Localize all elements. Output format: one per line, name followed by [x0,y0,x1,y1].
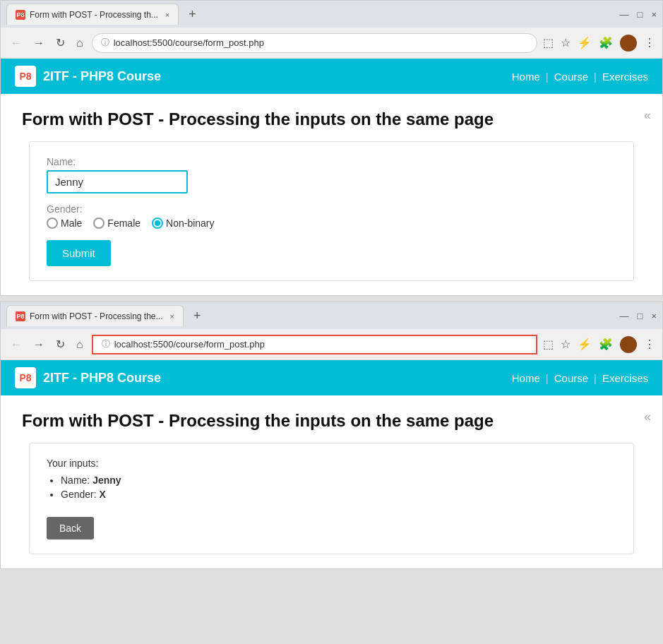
address-bar-row-2: ← → ↻ ⌂ ⓘ localhost:5500/course/form_pos… [1,329,662,360]
tab-1[interactable]: P8 Form with POST - Processing th... × [6,4,179,25]
address-input-2[interactable]: ⓘ localhost:5500/course/form_post.php [92,335,537,354]
new-tab-button-1[interactable]: + [189,4,196,25]
result-gender-value: X [99,489,105,500]
window-controls-1: — □ × [620,9,657,20]
new-tab-button-2[interactable]: + [193,305,201,326]
radio-male-1[interactable]: Male [47,217,82,229]
minimize-icon-1[interactable]: — [620,9,629,20]
tab-2[interactable]: P8 Form with POST - Processing the... × [6,305,184,326]
page-content-2: « Form with POST - Processing the inputs… [1,395,662,568]
radio-circle-male-1 [47,217,58,229]
reload-btn-2[interactable]: ↻ [53,336,68,352]
back-button-2[interactable]: Back [47,517,94,539]
minimize-icon-2[interactable]: — [620,311,629,321]
form-card-1: Name: Gender: Male Female Non-binary Sub… [29,141,634,281]
result-gender-label: Gender: [61,489,99,500]
site-nav-1: Home | Course | Exercises [512,71,648,83]
url-text-2: localhost:5500/course/form_post.php [114,339,265,350]
bookmark-icon-2[interactable]: ☆ [561,338,571,351]
menu-icon-1[interactable]: ⋮ [644,36,655,49]
name-input-1[interactable] [47,170,188,193]
site-navbar-2: P8 2ITF - PHP8 Course Home | Course | Ex… [1,360,662,395]
nav-home-1[interactable]: Home [512,71,540,83]
forward-nav-btn-2[interactable]: → [30,337,47,352]
radio-female-1[interactable]: Female [93,217,141,229]
nav-sep-1b: | [594,71,597,83]
close-icon-2[interactable]: × [651,311,657,321]
extensions-icon-2[interactable]: ⚡ [578,338,592,351]
home-btn-2[interactable]: ⌂ [73,337,86,352]
tab-favicon-1: P8 [16,10,25,20]
result-name-label: Name: [61,475,92,486]
double-arrow-1: « [644,108,651,123]
browser-window-1: P8 Form with POST - Processing th... × +… [0,0,663,296]
maximize-icon-1[interactable]: □ [638,9,643,20]
radio-female-label-1: Female [107,217,141,229]
result-name-item: Name: Jenny [61,475,616,486]
page-title-1: Form with POST - Processing the inputs o… [22,108,641,130]
back-nav-btn-1[interactable]: ← [8,35,25,51]
results-heading: Your inputs: [47,458,616,469]
nav-course-2[interactable]: Course [554,372,588,384]
tab-label-1: Form with POST - Processing th... [30,10,158,20]
url-text-1: localhost:5500/course/form_post.php [114,37,264,48]
address-bar-row-1: ← → ↻ ⌂ ⓘ localhost:5500/course/form_pos… [1,28,662,59]
forward-nav-btn-1[interactable]: → [30,35,47,51]
tab-favicon-2: P8 [16,311,25,321]
home-btn-1[interactable]: ⌂ [73,35,86,51]
address-right-icons-1: ⬚ ☆ ⚡ 🧩 ⋮ [543,35,655,52]
radio-circle-female-1 [93,217,104,229]
bookmark-icon-1[interactable]: ☆ [561,36,571,49]
profile-icon-2[interactable] [620,336,637,353]
maximize-icon-2[interactable]: □ [638,311,643,321]
radio-nonbinary-label-1: Non-binary [166,217,214,229]
site-navbar-1: P8 2ITF - PHP8 Course Home | Course | Ex… [1,59,662,94]
nav-sep-1a: | [546,71,549,83]
brand-logo-1: P8 [15,66,36,87]
menu-icon-2[interactable]: ⋮ [644,338,655,351]
result-gender-item: Gender: X [61,489,616,500]
gender-label-1: Gender: [47,203,616,215]
profile-icon-1[interactable] [620,35,637,52]
results-section-2: Your inputs: Name: Jenny Gender: X [47,458,616,500]
puzzle-icon-1[interactable]: 🧩 [599,36,613,49]
nav-home-2[interactable]: Home [512,372,540,384]
page-content-1: « Form with POST - Processing the inputs… [1,94,662,295]
brand-2: P8 2ITF - PHP8 Course [15,367,161,388]
brand-name-1: 2ITF - PHP8 Course [43,69,161,84]
result-name-value: Jenny [92,475,121,486]
tab-close-1[interactable]: × [165,11,169,19]
nav-sep-2b: | [594,372,597,384]
share-icon-1[interactable]: ⬚ [543,36,554,49]
nav-course-1[interactable]: Course [554,71,588,83]
reload-btn-1[interactable]: ↻ [53,35,68,51]
name-label-1: Name: [47,156,616,167]
tab-label-2: Form with POST - Processing the... [30,311,163,321]
back-nav-btn-2[interactable]: ← [8,337,25,352]
radio-group-1: Male Female Non-binary [47,217,616,229]
results-card-2: Your inputs: Name: Jenny Gender: X Back [29,443,634,554]
close-icon-1[interactable]: × [651,9,657,20]
extensions-icon-1[interactable]: ⚡ [578,36,592,49]
lock-icon-1: ⓘ [101,37,109,49]
share-icon-2[interactable]: ⬚ [543,338,554,351]
nav-exercises-2[interactable]: Exercises [602,372,648,384]
lock-icon-2: ⓘ [102,338,110,350]
radio-male-label-1: Male [61,217,82,229]
title-bar-1: P8 Form with POST - Processing th... × +… [1,1,662,28]
address-input-1[interactable]: ⓘ localhost:5500/course/form_post.php [92,33,537,53]
submit-button-1[interactable]: Submit [47,240,111,266]
site-nav-2: Home | Course | Exercises [512,372,648,384]
window-controls-2: — □ × [620,311,657,321]
brand-name-2: 2ITF - PHP8 Course [43,371,161,386]
results-list: Name: Jenny Gender: X [47,475,616,500]
address-right-icons-2: ⬚ ☆ ⚡ 🧩 ⋮ [543,336,655,353]
tab-close-2[interactable]: × [170,312,174,321]
nav-exercises-1[interactable]: Exercises [602,71,648,83]
browser-window-2: P8 Form with POST - Processing the... × … [0,302,663,569]
nav-sep-2a: | [546,372,549,384]
radio-nonbinary-1[interactable]: Non-binary [152,217,214,229]
title-bar-2: P8 Form with POST - Processing the... × … [1,302,662,329]
double-arrow-2: « [644,410,651,424]
puzzle-icon-2[interactable]: 🧩 [599,338,613,351]
